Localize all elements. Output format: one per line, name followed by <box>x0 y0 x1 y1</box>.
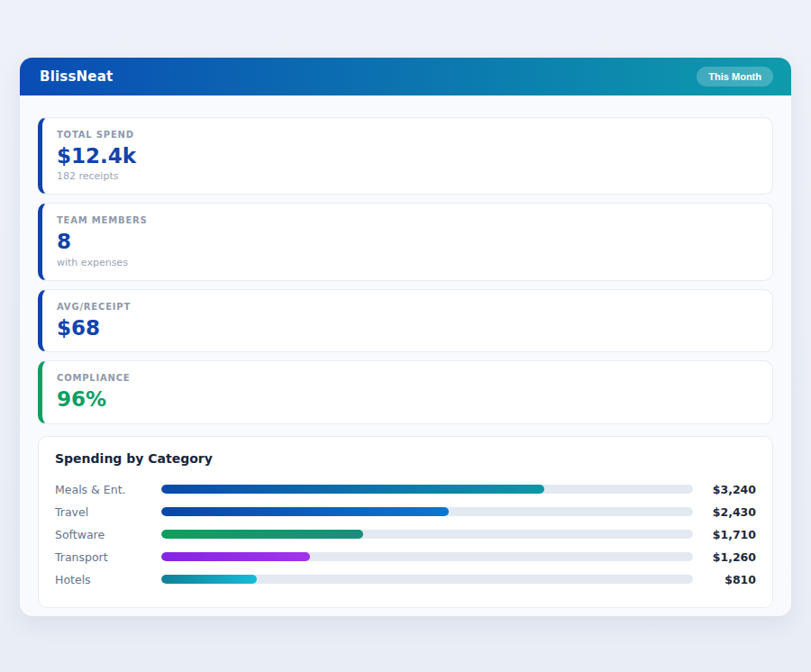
bar-track <box>161 552 693 561</box>
chart-row: Transport $1,260 <box>55 546 756 568</box>
bar-fill <box>161 507 449 516</box>
bar-fill <box>161 530 363 539</box>
stat-card-avg-receipt: AVG/RECEIPT $68 <box>38 289 773 352</box>
category-label: Travel <box>55 505 161 519</box>
category-label: Software <box>55 528 161 541</box>
chart-row: Meals & Ent. $3,240 <box>55 478 756 501</box>
stat-label: COMPLIANCE <box>57 373 758 383</box>
category-value: $1,260 <box>693 550 756 564</box>
category-label: Transport <box>55 550 161 564</box>
stat-label: TEAM MEMBERS <box>57 215 758 225</box>
bar-fill <box>161 575 257 584</box>
bar-fill <box>161 485 544 494</box>
stat-subtext: with expenses <box>57 257 758 268</box>
stat-value: 96% <box>57 387 758 411</box>
stat-card-total-spend: TOTAL SPEND $12.4k 182 receipts <box>38 117 773 195</box>
category-label: Hotels <box>55 573 161 586</box>
stat-label: TOTAL SPEND <box>57 130 758 140</box>
dashboard-panel: BlissNeat This Month TOTAL SPEND $12.4k … <box>20 58 791 616</box>
stat-card-team-members: TEAM MEMBERS 8 with expenses <box>38 203 773 280</box>
stat-label: AVG/RECEIPT <box>57 302 758 312</box>
bar-fill <box>161 552 310 561</box>
chart-row: Travel $2,430 <box>55 501 756 523</box>
bar-track <box>161 507 693 516</box>
panel-body: TOTAL SPEND $12.4k 182 receipts TEAM MEM… <box>20 95 791 608</box>
stat-value: 8 <box>57 230 758 253</box>
app-title: BlissNeat <box>40 68 113 85</box>
bar-track <box>161 575 693 584</box>
stat-card-compliance: COMPLIANCE 96% <box>38 360 773 423</box>
bar-track <box>161 530 693 539</box>
category-value: $2,430 <box>693 505 756 519</box>
bar-track <box>161 485 693 494</box>
category-value: $810 <box>693 573 756 586</box>
stat-value: $68 <box>57 316 758 340</box>
category-value: $3,240 <box>693 483 756 496</box>
category-value: $1,710 <box>693 528 756 541</box>
stat-value: $12.4k <box>57 144 758 168</box>
chart-row: Hotels $810 <box>55 568 756 591</box>
stats-section: TOTAL SPEND $12.4k 182 receipts TEAM MEM… <box>38 117 773 424</box>
chart-title: Spending by Category <box>55 451 756 466</box>
chart-rows: Meals & Ent. $3,240 Travel $2,430 Softwa… <box>55 478 756 591</box>
category-label: Meals & Ent. <box>55 483 161 496</box>
chart-row: Software $1,710 <box>55 523 756 546</box>
stat-subtext: 182 receipts <box>57 170 758 182</box>
app-header: BlissNeat This Month <box>20 58 791 95</box>
spending-by-category-card: Spending by Category Meals & Ent. $3,240… <box>38 436 773 608</box>
period-badge[interactable]: This Month <box>697 67 773 86</box>
